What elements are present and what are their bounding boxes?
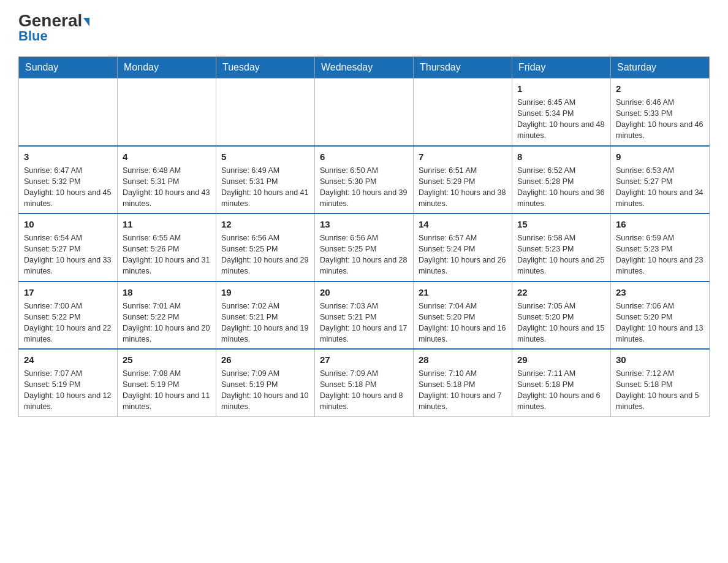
day-info: Sunrise: 6:45 AMSunset: 5:34 PMDaylight:… (517, 97, 605, 142)
logo-blue-text: Blue (18, 28, 48, 44)
day-number: 25 (123, 353, 211, 366)
calendar-cell: 22Sunrise: 7:05 AMSunset: 5:20 PMDayligh… (512, 282, 611, 350)
day-number: 7 (419, 150, 507, 163)
day-number: 14 (419, 218, 507, 231)
day-number: 9 (616, 150, 704, 163)
day-number: 17 (24, 286, 112, 299)
day-number: 21 (419, 286, 507, 299)
day-info: Sunrise: 7:09 AMSunset: 5:19 PMDaylight:… (221, 368, 309, 413)
day-info: Sunrise: 7:11 AMSunset: 5:18 PMDaylight:… (517, 368, 605, 413)
day-number: 23 (616, 286, 704, 299)
weekday-header-monday: Monday (118, 57, 216, 79)
day-number: 11 (123, 218, 211, 231)
day-number: 8 (517, 150, 605, 163)
calendar-cell: 2Sunrise: 6:46 AMSunset: 5:33 PMDaylight… (611, 79, 710, 146)
calendar-cell: 12Sunrise: 6:56 AMSunset: 5:25 PMDayligh… (216, 213, 315, 282)
day-number: 5 (221, 150, 309, 163)
day-number: 13 (320, 218, 408, 231)
calendar-cell: 4Sunrise: 6:48 AMSunset: 5:31 PMDaylight… (118, 146, 216, 214)
day-number: 15 (517, 218, 605, 231)
weekday-header-sunday: Sunday (19, 57, 118, 79)
calendar-cell: 16Sunrise: 6:59 AMSunset: 5:23 PMDayligh… (611, 213, 710, 282)
day-number: 16 (616, 218, 704, 231)
day-number: 4 (123, 150, 211, 163)
day-info: Sunrise: 7:03 AMSunset: 5:21 PMDaylight:… (320, 301, 408, 345)
day-info: Sunrise: 6:55 AMSunset: 5:26 PMDaylight:… (123, 232, 211, 277)
day-info: Sunrise: 7:02 AMSunset: 5:21 PMDaylight:… (221, 301, 309, 345)
calendar-cell: 10Sunrise: 6:54 AMSunset: 5:27 PMDayligh… (19, 213, 118, 282)
calendar-cell: 27Sunrise: 7:09 AMSunset: 5:18 PMDayligh… (315, 349, 414, 416)
day-info: Sunrise: 7:10 AMSunset: 5:18 PMDaylight:… (419, 368, 507, 413)
weekday-header-thursday: Thursday (414, 57, 512, 79)
calendar-week-row: 1Sunrise: 6:45 AMSunset: 5:34 PMDaylight… (19, 79, 710, 146)
weekday-header-friday: Friday (512, 57, 611, 79)
calendar-cell (118, 79, 216, 146)
calendar-cell: 28Sunrise: 7:10 AMSunset: 5:18 PMDayligh… (414, 349, 512, 416)
calendar-cell: 14Sunrise: 6:57 AMSunset: 5:24 PMDayligh… (414, 213, 512, 282)
day-number: 28 (419, 353, 507, 366)
day-info: Sunrise: 7:09 AMSunset: 5:18 PMDaylight:… (320, 368, 408, 413)
weekday-header-row: SundayMondayTuesdayWednesdayThursdayFrid… (19, 57, 710, 79)
day-info: Sunrise: 6:56 AMSunset: 5:25 PMDaylight:… (221, 232, 309, 277)
calendar-cell: 24Sunrise: 7:07 AMSunset: 5:19 PMDayligh… (19, 349, 118, 416)
day-info: Sunrise: 6:54 AMSunset: 5:27 PMDaylight:… (24, 232, 112, 277)
page-header: General Blue (18, 12, 710, 44)
calendar-cell: 30Sunrise: 7:12 AMSunset: 5:18 PMDayligh… (611, 349, 710, 416)
day-number: 22 (517, 286, 605, 299)
day-info: Sunrise: 6:52 AMSunset: 5:28 PMDaylight:… (517, 165, 605, 210)
day-info: Sunrise: 7:05 AMSunset: 5:20 PMDaylight:… (517, 301, 605, 345)
day-number: 12 (221, 218, 309, 231)
day-number: 3 (24, 150, 112, 163)
weekday-header-saturday: Saturday (611, 57, 710, 79)
day-info: Sunrise: 6:58 AMSunset: 5:23 PMDaylight:… (517, 232, 605, 277)
calendar-cell (19, 79, 118, 146)
calendar-table: SundayMondayTuesdayWednesdayThursdayFrid… (18, 56, 710, 417)
day-info: Sunrise: 6:53 AMSunset: 5:27 PMDaylight:… (616, 165, 704, 210)
calendar-week-row: 3Sunrise: 6:47 AMSunset: 5:32 PMDaylight… (19, 146, 710, 214)
day-info: Sunrise: 7:07 AMSunset: 5:19 PMDaylight:… (24, 368, 112, 413)
day-info: Sunrise: 6:49 AMSunset: 5:31 PMDaylight:… (221, 165, 309, 210)
day-number: 29 (517, 353, 605, 366)
day-info: Sunrise: 6:56 AMSunset: 5:25 PMDaylight:… (320, 232, 408, 277)
calendar-cell: 8Sunrise: 6:52 AMSunset: 5:28 PMDaylight… (512, 146, 611, 214)
day-number: 2 (616, 82, 704, 95)
day-number: 18 (123, 286, 211, 299)
calendar-cell (216, 79, 315, 146)
day-number: 27 (320, 353, 408, 366)
weekday-header-wednesday: Wednesday (315, 57, 414, 79)
day-info: Sunrise: 6:50 AMSunset: 5:30 PMDaylight:… (320, 165, 408, 210)
calendar-cell: 25Sunrise: 7:08 AMSunset: 5:19 PMDayligh… (118, 349, 216, 416)
day-info: Sunrise: 6:51 AMSunset: 5:29 PMDaylight:… (419, 165, 507, 210)
calendar-cell: 6Sunrise: 6:50 AMSunset: 5:30 PMDaylight… (315, 146, 414, 214)
calendar-cell: 3Sunrise: 6:47 AMSunset: 5:32 PMDaylight… (19, 146, 118, 214)
day-info: Sunrise: 6:48 AMSunset: 5:31 PMDaylight:… (123, 165, 211, 210)
calendar-cell: 26Sunrise: 7:09 AMSunset: 5:19 PMDayligh… (216, 349, 315, 416)
day-info: Sunrise: 7:00 AMSunset: 5:22 PMDaylight:… (24, 301, 112, 345)
calendar-cell: 21Sunrise: 7:04 AMSunset: 5:20 PMDayligh… (414, 282, 512, 350)
calendar-cell: 19Sunrise: 7:02 AMSunset: 5:21 PMDayligh… (216, 282, 315, 350)
calendar-cell: 1Sunrise: 6:45 AMSunset: 5:34 PMDaylight… (512, 79, 611, 146)
day-number: 1 (517, 82, 605, 95)
day-info: Sunrise: 7:12 AMSunset: 5:18 PMDaylight:… (616, 368, 704, 413)
day-info: Sunrise: 6:47 AMSunset: 5:32 PMDaylight:… (24, 165, 112, 210)
day-info: Sunrise: 6:46 AMSunset: 5:33 PMDaylight:… (616, 97, 704, 142)
calendar-cell: 17Sunrise: 7:00 AMSunset: 5:22 PMDayligh… (19, 282, 118, 350)
day-number: 26 (221, 353, 309, 366)
day-info: Sunrise: 7:08 AMSunset: 5:19 PMDaylight:… (123, 368, 211, 413)
calendar-cell: 18Sunrise: 7:01 AMSunset: 5:22 PMDayligh… (118, 282, 216, 350)
day-number: 19 (221, 286, 309, 299)
logo-general-text: General (18, 12, 89, 29)
day-number: 20 (320, 286, 408, 299)
calendar-cell: 9Sunrise: 6:53 AMSunset: 5:27 PMDaylight… (611, 146, 710, 214)
calendar-week-row: 17Sunrise: 7:00 AMSunset: 5:22 PMDayligh… (19, 282, 710, 350)
day-info: Sunrise: 7:01 AMSunset: 5:22 PMDaylight:… (123, 301, 211, 345)
weekday-header-tuesday: Tuesday (216, 57, 315, 79)
calendar-cell: 15Sunrise: 6:58 AMSunset: 5:23 PMDayligh… (512, 213, 611, 282)
day-number: 24 (24, 353, 112, 366)
day-number: 10 (24, 218, 112, 231)
calendar-cell: 29Sunrise: 7:11 AMSunset: 5:18 PMDayligh… (512, 349, 611, 416)
calendar-cell: 23Sunrise: 7:06 AMSunset: 5:20 PMDayligh… (611, 282, 710, 350)
day-info: Sunrise: 6:57 AMSunset: 5:24 PMDaylight:… (419, 232, 507, 277)
day-info: Sunrise: 6:59 AMSunset: 5:23 PMDaylight:… (616, 232, 704, 277)
day-info: Sunrise: 7:06 AMSunset: 5:20 PMDaylight:… (616, 301, 704, 345)
